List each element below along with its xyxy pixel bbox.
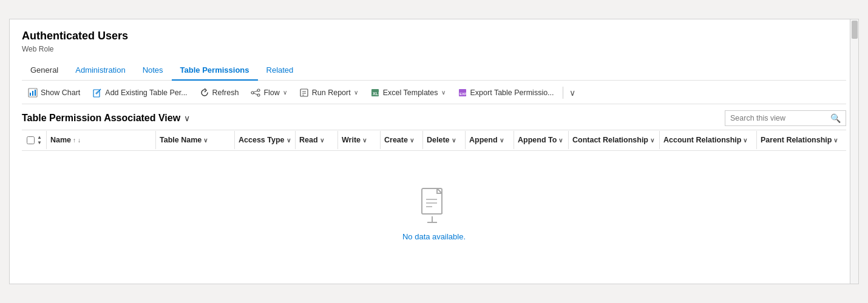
col-header-append-to[interactable]: Append To ∨ <box>514 131 568 149</box>
col-write-label: Write <box>342 136 361 144</box>
svg-rect-19 <box>422 188 442 214</box>
col-contact-chevron[interactable]: ∨ <box>650 137 654 144</box>
show-chart-icon <box>28 88 38 98</box>
flow-button[interactable]: Flow ∨ <box>245 85 293 100</box>
col-header-table-name[interactable]: Table Name ∨ <box>155 131 234 149</box>
view-title-row: Table Permission Associated View ∨ <box>22 113 190 124</box>
run-report-chevron[interactable]: ∨ <box>354 89 358 96</box>
col-appendto-chevron[interactable]: ∨ <box>558 137 563 144</box>
excel-templates-label: Excel Templates <box>383 88 438 97</box>
record-header: Authenticated Users Web Role <box>22 29 846 53</box>
refresh-label: Refresh <box>212 88 239 97</box>
col-header-create[interactable]: Create ∨ <box>380 131 422 149</box>
flow-icon <box>251 88 260 98</box>
col-account-chevron[interactable]: ∨ <box>743 137 747 144</box>
svg-line-10 <box>254 93 257 95</box>
col-access-label: Access Type <box>239 136 285 144</box>
add-existing-label: Add Existing Table Per... <box>105 88 187 97</box>
add-existing-icon <box>92 88 102 98</box>
col-header-read[interactable]: Read ∨ <box>295 131 337 149</box>
col-write-chevron[interactable]: ∨ <box>362 137 367 144</box>
svg-text:XLS: XLS <box>373 92 380 96</box>
select-all-checkbox[interactable] <box>27 136 35 144</box>
flow-label: Flow <box>263 88 279 97</box>
excel-templates-button[interactable]: XLS Excel Templates ∨ <box>364 85 452 100</box>
col-name-sort-down[interactable]: ↓ <box>78 137 81 144</box>
run-report-icon <box>299 88 309 98</box>
tab-general[interactable]: General <box>22 61 67 79</box>
grid-header: ▲ ▼ Name ↑ ↓ Table Name ∨ Access Type ∨ <box>22 130 846 151</box>
empty-document-icon <box>419 187 449 224</box>
sort-up-icon[interactable]: ▲ <box>37 135 42 140</box>
view-header: Table Permission Associated View ∨ 🔍 <box>22 104 846 130</box>
col-header-append[interactable]: Append ∨ <box>465 131 514 149</box>
export-label: Export Table Permissio... <box>470 88 554 97</box>
name-sort-arrows[interactable]: ▲ ▼ <box>37 135 42 145</box>
page-container: Authenticated Users Web Role General Adm… <box>9 19 859 284</box>
col-table-name-label: Table Name <box>160 136 202 144</box>
record-title: Authenticated Users <box>22 29 846 43</box>
export-button[interactable]: EXP Export Table Permissio... <box>452 85 560 100</box>
content-area: Authenticated Users Web Role General Adm… <box>10 19 858 283</box>
svg-rect-3 <box>35 90 36 96</box>
col-header-write[interactable]: Write ∨ <box>337 131 380 149</box>
svg-point-6 <box>251 92 254 94</box>
col-access-chevron[interactable]: ∨ <box>287 137 291 144</box>
scrollbar-thumb[interactable] <box>852 21 858 39</box>
refresh-button[interactable]: Refresh <box>194 85 245 100</box>
svg-text:EXP: EXP <box>459 92 467 96</box>
refresh-icon <box>200 88 209 98</box>
view-dropdown-icon[interactable]: ∨ <box>184 113 190 123</box>
record-subtitle: Web Role <box>22 45 846 53</box>
col-name-label: Name <box>50 136 71 144</box>
run-report-label: Run Report <box>312 88 351 97</box>
col-header-delete[interactable]: Delete ∨ <box>422 131 465 149</box>
col-read-chevron[interactable]: ∨ <box>320 137 324 144</box>
col-header-account-rel[interactable]: Account Relationship ∨ <box>659 131 756 149</box>
flow-chevron[interactable]: ∨ <box>283 89 287 96</box>
tab-notes[interactable]: Notes <box>134 61 172 79</box>
col-appendto-label: Append To <box>518 136 557 144</box>
col-delete-chevron[interactable]: ∨ <box>452 137 456 144</box>
col-header-parent-rel[interactable]: Parent Relationship ∨ <box>756 131 846 149</box>
col-read-label: Read <box>299 136 318 144</box>
show-chart-button[interactable]: Show Chart <box>22 85 86 100</box>
tab-related[interactable]: Related <box>258 61 302 79</box>
sort-down-icon[interactable]: ▼ <box>37 141 42 145</box>
col-header-access-type[interactable]: Access Type ∨ <box>234 131 295 149</box>
table-container: ▲ ▼ Name ↑ ↓ Table Name ∨ Access Type ∨ <box>22 130 846 278</box>
col-delete-label: Delete <box>427 136 450 144</box>
toolbar-overflow-button[interactable]: ∨ <box>566 85 579 100</box>
col-create-label: Create <box>384 136 408 144</box>
add-existing-button[interactable]: Add Existing Table Per... <box>86 85 193 100</box>
svg-line-9 <box>254 91 257 92</box>
col-name-sort-up[interactable]: ↑ <box>73 137 76 144</box>
run-report-button[interactable]: Run Report ∨ <box>293 85 364 100</box>
search-icon[interactable]: 🔍 <box>830 113 841 123</box>
col-header-contact-rel[interactable]: Contact Relationship ∨ <box>568 131 659 149</box>
select-all-checkbox-col: ▲ ▼ <box>22 130 46 150</box>
search-input[interactable] <box>730 114 830 122</box>
export-icon: EXP <box>458 88 467 98</box>
show-chart-label: Show Chart <box>41 88 80 97</box>
scrollbar-track[interactable] <box>850 19 858 283</box>
col-parent-chevron[interactable]: ∨ <box>833 137 838 144</box>
col-append-label: Append <box>469 136 498 144</box>
empty-message: No data available. <box>402 232 466 241</box>
tabs-row: General Administration Notes Table Permi… <box>22 61 846 81</box>
col-create-chevron[interactable]: ∨ <box>410 137 414 144</box>
col-account-label: Account Relationship <box>663 136 741 144</box>
svg-point-7 <box>257 89 260 92</box>
tab-administration[interactable]: Administration <box>67 61 134 79</box>
col-header-name[interactable]: Name ↑ ↓ <box>46 131 155 149</box>
view-title: Table Permission Associated View <box>22 113 180 124</box>
col-table-name-chevron[interactable]: ∨ <box>203 137 208 144</box>
col-contact-label: Contact Relationship <box>572 136 648 144</box>
excel-icon: XLS <box>370 88 380 98</box>
toolbar: Show Chart Add Existing Table Per... <box>22 81 846 104</box>
tab-table-permissions[interactable]: Table Permissions <box>172 61 258 81</box>
search-box[interactable]: 🔍 <box>725 110 846 126</box>
toolbar-separator <box>563 87 563 99</box>
excel-chevron[interactable]: ∨ <box>441 89 446 96</box>
col-append-chevron[interactable]: ∨ <box>500 137 504 144</box>
